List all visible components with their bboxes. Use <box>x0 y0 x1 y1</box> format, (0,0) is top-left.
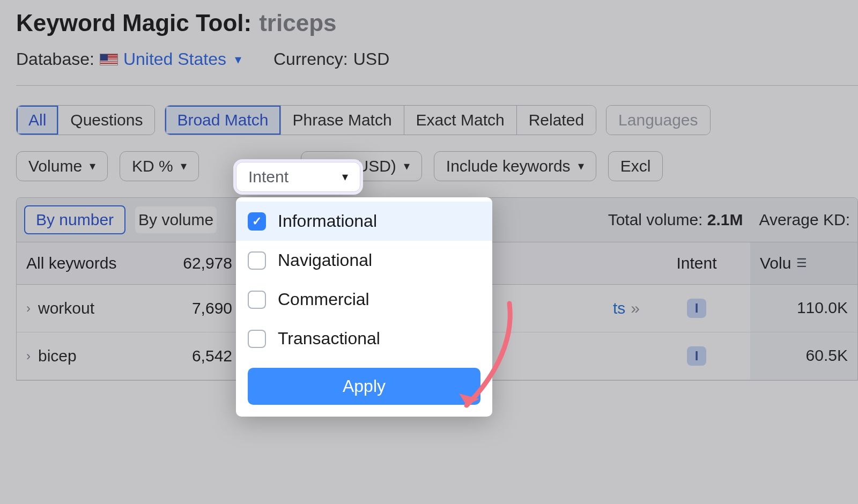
checkbox-icon[interactable] <box>248 291 266 309</box>
option-label: Informational <box>278 211 377 231</box>
apply-button[interactable]: Apply <box>248 368 480 405</box>
intent-dropdown-panel: ✓ Informational Navigational Commercial … <box>236 197 492 417</box>
checkbox-icon[interactable] <box>248 330 266 348</box>
option-label: Transactional <box>278 329 380 349</box>
option-label: Commercial <box>278 290 369 309</box>
filter-intent-open[interactable]: Intent ▾ <box>236 162 360 192</box>
chevron-down-icon: ▾ <box>342 170 348 184</box>
intent-option-transactional[interactable]: Transactional <box>236 319 492 358</box>
intent-option-navigational[interactable]: Navigational <box>236 241 492 280</box>
checkbox-checked-icon[interactable]: ✓ <box>248 212 266 231</box>
checkbox-icon[interactable] <box>248 251 266 270</box>
option-label: Navigational <box>278 250 372 270</box>
intent-option-informational[interactable]: ✓ Informational <box>236 202 492 241</box>
filter-intent-label: Intent <box>248 168 289 186</box>
intent-option-commercial[interactable]: Commercial <box>236 280 492 319</box>
